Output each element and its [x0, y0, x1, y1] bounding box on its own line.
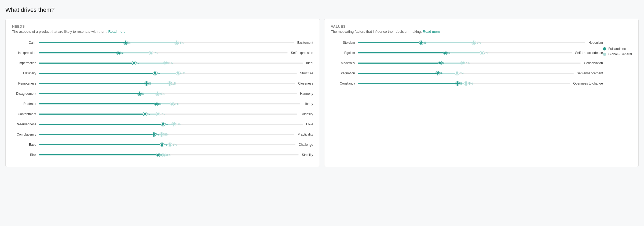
- bar-fill-primary: [358, 42, 421, 43]
- bar-right-label: Self-enhancement: [574, 71, 603, 75]
- bar-fill-primary: [39, 144, 162, 145]
- bar-track: 32%45%: [39, 52, 288, 53]
- bar-track: 41%46%: [39, 114, 297, 115]
- bar-wrapper: 47%51%: [39, 121, 303, 128]
- values-desc-text: The motivating factors that influence th…: [331, 30, 422, 34]
- bar-row: Remoteness42%51%Closeness: [12, 80, 313, 87]
- bar-dot-secondary: [172, 122, 175, 126]
- bar-row: Inexpression32%45%Self-expression: [12, 49, 313, 57]
- bar-left-label: Restraint: [12, 102, 39, 106]
- needs-read-more-link[interactable]: Read more: [108, 30, 125, 34]
- bar-right-label: Curiosity: [297, 112, 313, 116]
- bar-dot-primary: [132, 61, 136, 65]
- bar-wrapper: 41%58%: [358, 49, 572, 57]
- bar-dot-primary: [152, 133, 156, 136]
- bar-wrapper: 37%47%: [358, 59, 581, 67]
- bar-track: 36%48%: [39, 63, 303, 64]
- bar-track: 45%54%: [39, 73, 297, 74]
- bar-dot-primary: [156, 153, 160, 157]
- bar-dot-secondary: [168, 82, 171, 85]
- legend-secondary-label: Global - General: [608, 52, 632, 56]
- legend-dot-primary: [603, 47, 606, 50]
- bar-wrapper: 47%51%: [358, 80, 570, 87]
- bar-dot-primary: [155, 102, 158, 106]
- bar-wrapper: 45%51%: [39, 100, 300, 108]
- bar-left-label: Ease: [12, 143, 39, 147]
- bar-track: 37%47%: [358, 63, 581, 64]
- bar-right-label: Closeness: [295, 82, 313, 85]
- bar-right-label: Love: [303, 122, 313, 126]
- bar-track: 48%51%: [39, 144, 295, 145]
- legend-dot-secondary: [603, 53, 606, 56]
- bar-track: 47%51%: [358, 83, 570, 84]
- bar-left-label: Modernity: [331, 61, 358, 65]
- bar-right-label: Conservation: [581, 61, 603, 65]
- bar-row: Disagreement39%46%Harmony: [12, 90, 313, 97]
- bar-row: Imperfection36%48%Ideal: [12, 59, 313, 67]
- bar-dot-primary: [456, 82, 459, 85]
- bar-dot-primary: [124, 41, 127, 45]
- bar-fill-primary: [39, 93, 140, 94]
- bar-left-label: Complacency: [12, 133, 39, 136]
- bar-wrapper: 48%51%: [39, 141, 295, 148]
- bar-row: Complacency45%48%Practicality: [12, 131, 313, 138]
- bar-row: Egoism41%58%Self-transcendence: [331, 49, 603, 57]
- bar-fill-primary: [39, 154, 158, 155]
- bar-fill-primary: [39, 52, 119, 53]
- needs-panel-desc: The aspects of a product that are likely…: [12, 30, 313, 34]
- bar-fill-primary: [39, 114, 145, 115]
- bar-right-label: Openness to change: [570, 82, 603, 85]
- bar-row: Contentment41%46%Curiosity: [12, 110, 313, 118]
- bar-left-label: Stagnation: [331, 71, 358, 75]
- bar-right-label: Structure: [297, 71, 313, 75]
- values-panel-desc: The motivating factors that influence th…: [331, 30, 632, 34]
- bar-dot-primary: [436, 71, 440, 75]
- page-title: What drives them?: [5, 6, 639, 13]
- bar-row: Constancy47%51%Openness to change: [331, 80, 603, 87]
- bar-track: 47%51%: [39, 124, 303, 125]
- bar-dot-primary: [419, 41, 423, 45]
- bar-track: 41%58%: [358, 52, 572, 53]
- bar-track: 45%48%: [39, 134, 294, 135]
- bar-fill-primary: [39, 134, 154, 135]
- bar-dot-primary: [160, 143, 164, 147]
- values-chart: Stoicism28%51%HedonismEgoism41%58%Self-t…: [331, 39, 632, 90]
- needs-panel: Needs The aspects of a product that are …: [5, 19, 320, 167]
- bar-dot-secondary: [162, 153, 166, 157]
- bar-dot-secondary: [175, 41, 178, 45]
- bar-dot-secondary: [176, 71, 180, 75]
- bar-right-label: Practicality: [294, 133, 313, 136]
- bar-track: 34%54%: [39, 42, 294, 43]
- bar-dot-secondary: [472, 41, 475, 45]
- bar-row: Stoicism28%51%Hedonism: [331, 39, 603, 46]
- needs-chart-left-col: Calm34%54%ExcitementInexpression32%45%Se…: [12, 39, 313, 161]
- bar-wrapper: 36%48%: [39, 59, 303, 67]
- bar-row: Calm34%54%Excitement: [12, 39, 313, 46]
- bar-track: 39%46%: [39, 93, 297, 94]
- bar-dot-primary: [138, 92, 141, 96]
- bar-wrapper: 28%51%: [358, 39, 585, 46]
- values-read-more-link[interactable]: Read more: [423, 30, 440, 34]
- bar-dot-primary: [117, 51, 120, 55]
- legend-item-primary: Full audience: [603, 47, 632, 51]
- bar-wrapper: 32%45%: [39, 49, 288, 57]
- bar-dot-primary: [438, 61, 442, 65]
- bar-track: 45%51%: [39, 103, 300, 104]
- bar-fill-primary: [358, 73, 438, 74]
- bar-left-label: Egoism: [331, 51, 358, 55]
- bar-dot-secondary: [164, 61, 167, 65]
- bar-track: 28%51%: [358, 42, 585, 43]
- bar-row: Reservedness47%51%Love: [12, 121, 313, 128]
- bar-track: 46%48%: [39, 154, 299, 155]
- bar-dot-secondary: [464, 82, 468, 85]
- bar-wrapper: 45%48%: [39, 131, 294, 138]
- bar-dot-secondary: [149, 51, 153, 55]
- bar-right-label: Self-expression: [288, 51, 313, 55]
- bar-dot-primary: [444, 51, 447, 55]
- bar-right-label: Challenge: [295, 143, 313, 147]
- values-panel: Values The motivating factors that influ…: [324, 19, 639, 167]
- values-panel-title: Values: [331, 24, 632, 28]
- bar-wrapper: 34%54%: [39, 39, 294, 46]
- chart-legend: Full audienceGlobal - General: [603, 47, 632, 90]
- bar-right-label: Excitement: [294, 41, 313, 45]
